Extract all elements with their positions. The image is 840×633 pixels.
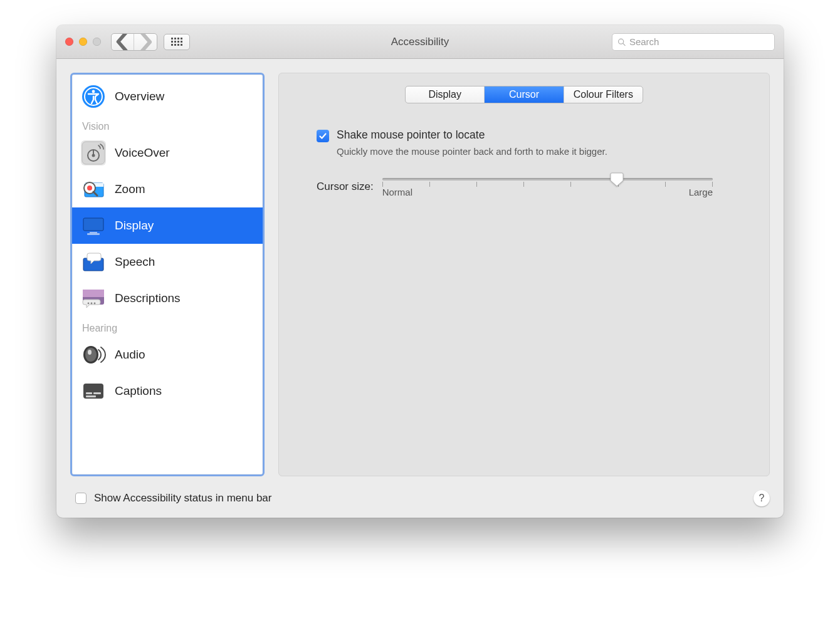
slider-max-label: Large	[689, 187, 713, 197]
slider-min-label: Normal	[382, 187, 412, 197]
grid-icon	[171, 38, 182, 46]
show-status-checkbox[interactable]	[75, 493, 87, 504]
zoom-window-button[interactable]	[93, 38, 101, 46]
svg-point-11	[87, 186, 92, 191]
svg-point-20	[91, 303, 93, 305]
show-status-label: Show Accessibility status in menu bar	[94, 492, 271, 505]
sidebar-item-voiceover[interactable]: VoiceOver	[72, 135, 263, 171]
back-button[interactable]	[112, 34, 134, 50]
sidebar-item-label: Zoom	[115, 182, 145, 196]
tab-colour-filters[interactable]: Colour Filters	[564, 86, 643, 103]
sidebar: Overview Vision VoiceOver Zoom Displa	[70, 73, 265, 476]
sidebar-item-overview[interactable]: Overview	[72, 78, 263, 115]
minimize-window-button[interactable]	[79, 38, 87, 46]
audio-icon	[81, 342, 106, 367]
help-icon: ?	[759, 493, 765, 504]
svg-point-24	[88, 350, 92, 355]
nav-buttons	[111, 33, 157, 51]
shake-pointer-subtitle: Quickly move the mouse pointer back and …	[337, 145, 607, 158]
sidebar-section-hearing: Hearing	[72, 316, 263, 337]
shake-pointer-checkbox[interactable]	[317, 130, 329, 142]
sidebar-section-vision: Vision	[72, 115, 263, 135]
svg-rect-26	[86, 392, 92, 394]
sidebar-item-captions[interactable]: Captions	[72, 373, 263, 409]
search-input[interactable]	[629, 36, 769, 47]
cursor-panel: Shake mouse pointer to locate Quickly mo…	[279, 103, 769, 222]
sidebar-item-label: Display	[115, 219, 154, 233]
slider-thumb[interactable]	[610, 172, 624, 187]
slider-thumb-icon	[610, 172, 624, 187]
sidebar-item-label: Captions	[115, 384, 162, 398]
search-field[interactable]	[612, 33, 775, 51]
sidebar-item-zoom[interactable]: Zoom	[72, 171, 263, 207]
svg-rect-18	[83, 290, 104, 297]
sidebar-item-display[interactable]: Display	[72, 207, 263, 244]
captions-icon	[81, 379, 106, 404]
svg-point-23	[85, 348, 97, 362]
svg-rect-13	[83, 218, 103, 231]
svg-point-21	[94, 303, 96, 305]
show-all-button[interactable]	[164, 34, 190, 50]
slider-ticks	[382, 182, 713, 187]
cursor-size-slider[interactable]: Normal Large	[382, 175, 713, 197]
forward-button	[134, 34, 157, 50]
chevron-left-icon	[112, 33, 134, 51]
slider-end-labels: Normal Large	[382, 187, 713, 197]
sidebar-item-label: Descriptions	[115, 291, 181, 305]
window-controls	[65, 38, 101, 46]
descriptions-icon	[81, 286, 106, 311]
tab-bar: Display Cursor Colour Filters	[405, 86, 643, 103]
speech-icon	[81, 249, 106, 275]
svg-rect-27	[93, 392, 101, 394]
accessibility-icon	[81, 84, 106, 109]
cursor-size-label: Cursor size:	[317, 180, 374, 193]
tab-display[interactable]: Display	[406, 86, 485, 103]
titlebar: Accessibility	[56, 25, 784, 59]
voiceover-icon	[81, 140, 106, 165]
preferences-window: Accessibility Overview Vision VoiceOver	[56, 25, 784, 518]
svg-rect-28	[86, 395, 96, 397]
shake-pointer-text: Shake mouse pointer to locate Quickly mo…	[337, 128, 607, 158]
svg-point-19	[88, 303, 90, 305]
search-icon	[617, 38, 626, 46]
shake-pointer-option: Shake mouse pointer to locate Quickly mo…	[317, 128, 713, 158]
svg-rect-15	[87, 233, 100, 235]
svg-line-1	[623, 43, 625, 45]
help-button[interactable]: ?	[753, 490, 770, 506]
zoom-icon	[81, 177, 106, 202]
sidebar-item-audio[interactable]: Audio	[72, 337, 263, 373]
sidebar-item-descriptions[interactable]: Descriptions	[72, 280, 263, 316]
sidebar-item-speech[interactable]: Speech	[72, 244, 263, 280]
content-pane: Display Cursor Colour Filters Shake mous…	[278, 73, 770, 476]
sidebar-item-label: Speech	[115, 255, 155, 269]
checkmark-icon	[318, 132, 327, 140]
display-icon	[81, 213, 106, 238]
chevron-right-icon	[134, 33, 157, 51]
sidebar-item-label: VoiceOver	[115, 146, 170, 160]
sidebar-item-label: Audio	[115, 348, 145, 362]
tab-cursor[interactable]: Cursor	[485, 86, 564, 103]
body: Overview Vision VoiceOver Zoom Displa	[56, 59, 784, 485]
slider-track	[382, 178, 713, 180]
sidebar-item-label: Overview	[115, 90, 164, 103]
cursor-size-row: Cursor size: Normal Large	[317, 175, 713, 197]
shake-pointer-title: Shake mouse pointer to locate	[337, 128, 607, 142]
svg-point-4	[92, 90, 95, 93]
footer: Show Accessibility status in menu bar ?	[56, 485, 784, 518]
close-window-button[interactable]	[65, 38, 73, 46]
svg-rect-14	[90, 232, 97, 233]
